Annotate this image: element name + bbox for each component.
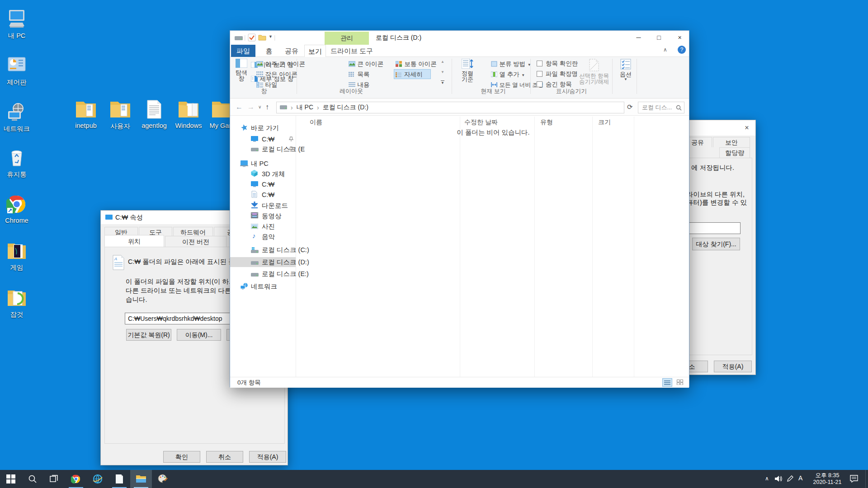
- details-view-toggle[interactable]: [662, 378, 672, 387]
- action-center-icon[interactable]: [850, 475, 858, 484]
- nav-quick-access[interactable]: 바로 가기: [251, 123, 279, 133]
- nav-c-drive-pinned[interactable]: C:₩: [262, 134, 274, 144]
- nav-c-folder[interactable]: C:₩: [262, 179, 274, 189]
- layout-more-icon[interactable]: ▼: [441, 80, 444, 85]
- nav-c-doc[interactable]: C:₩: [262, 190, 274, 200]
- find-target-button[interactable]: 대상 찾기(F)...: [692, 238, 740, 250]
- layout-details-selected[interactable]: 자세히: [394, 69, 431, 79]
- tab-file[interactable]: 파일: [231, 45, 255, 57]
- apply-button[interactable]: 적용(A): [714, 361, 752, 372]
- group-by-button[interactable]: 분류 방법 ▼: [491, 60, 531, 68]
- item-checkboxes-checkbox[interactable]: [537, 61, 542, 66]
- search-icon[interactable]: [676, 104, 682, 113]
- nav-music[interactable]: 음악: [262, 232, 275, 242]
- qat-customize-arrow-icon[interactable]: ▼: [269, 34, 273, 39]
- nav-downloads[interactable]: 다운로드: [262, 201, 288, 211]
- back-icon[interactable]: ←: [236, 102, 243, 112]
- apply-button[interactable]: 적용(A): [249, 451, 286, 463]
- column-header-date-modified[interactable]: 수정한 날짜: [464, 117, 498, 127]
- hidden-items-checkbox[interactable]: [537, 81, 542, 87]
- add-columns-button[interactable]: 열 추가 ▼: [491, 70, 525, 79]
- nav-pictures[interactable]: 사진: [262, 221, 275, 231]
- start-button[interactable]: [0, 470, 22, 488]
- desktop-icon-stuff-folder[interactable]: 잡것: [1, 288, 32, 319]
- tab-view[interactable]: 보기: [304, 45, 326, 57]
- taskbar-paint[interactable]: [152, 470, 174, 488]
- clock[interactable]: 오후 8:35 2020-11-21: [808, 472, 846, 486]
- tab-drive-tools[interactable]: 드라이브 도구: [330, 45, 374, 57]
- desktop-folder-windows[interactable]: Windows: [172, 99, 205, 129]
- refresh-icon[interactable]: ⟳: [627, 103, 633, 111]
- layout-scroll-down-icon[interactable]: ▼: [441, 70, 444, 74]
- ime-indicator[interactable]: A: [798, 474, 802, 482]
- breadcrumb-root[interactable]: 내 PC: [297, 103, 313, 112]
- task-view-button[interactable]: [43, 470, 65, 488]
- search-button[interactable]: [22, 470, 43, 488]
- tab-quota[interactable]: 할당량: [719, 147, 750, 158]
- column-divider[interactable]: [592, 117, 593, 377]
- nav-local-disk-c[interactable]: 로컬 디스크 (C:): [262, 245, 309, 255]
- thumbnail-view-toggle[interactable]: [675, 378, 685, 387]
- new-folder-icon[interactable]: [258, 33, 266, 43]
- nav-videos[interactable]: 동영상: [262, 211, 282, 221]
- minimize-button[interactable]: ─: [628, 31, 649, 45]
- desktop-icon-game-folder[interactable]: 게임: [1, 241, 32, 272]
- volume-icon[interactable]: [775, 475, 783, 484]
- layout-medium-icons[interactable]: 보통 아이콘: [396, 60, 437, 68]
- column-header-type[interactable]: 유형: [540, 117, 553, 127]
- column-divider[interactable]: [534, 117, 535, 377]
- file-extensions-checkbox[interactable]: [537, 71, 542, 77]
- taskbar-chrome[interactable]: [65, 470, 87, 488]
- contextual-tab-header[interactable]: 관리: [325, 32, 369, 45]
- maximize-button[interactable]: □: [649, 31, 669, 45]
- recent-locations-icon[interactable]: ∨: [258, 102, 261, 112]
- help-icon[interactable]: ?: [678, 46, 686, 54]
- nav-local-disk-e[interactable]: 로컬 디스크 (E:): [262, 269, 309, 279]
- options-button[interactable]: 옵션 ▼: [616, 59, 636, 92]
- nav-local-disk-d-selected[interactable]: 로컬 디스크 (D:): [262, 257, 309, 267]
- forward-icon[interactable]: →: [247, 102, 255, 112]
- cancel-button[interactable]: 취소: [206, 451, 243, 463]
- nav-this-pc[interactable]: 내 PC: [251, 159, 269, 169]
- layout-list[interactable]: 목록: [349, 70, 369, 79]
- restore-default-button[interactable]: 기본값 복원(R): [126, 329, 171, 341]
- navigation-pane-button[interactable]: 탐색 창: [233, 59, 250, 89]
- tab-location[interactable]: 위치: [104, 235, 164, 247]
- close-icon[interactable]: ×: [742, 123, 752, 133]
- tab-home[interactable]: 홈: [259, 45, 279, 57]
- tab-security[interactable]: 보안: [713, 137, 750, 147]
- desktop-icon-chrome[interactable]: Chrome: [1, 194, 32, 224]
- tab-previous-versions[interactable]: 이전 버전: [165, 236, 226, 247]
- nav-local-disk-e-pinned[interactable]: 로컬 디스크 (E: [262, 144, 305, 154]
- column-divider[interactable]: [634, 117, 634, 377]
- properties-check-icon[interactable]: [248, 33, 256, 43]
- nav-network[interactable]: 네트워크: [251, 282, 277, 291]
- taskbar-file-explorer-active[interactable]: [130, 470, 152, 488]
- layout-small-icons[interactable]: 작은 아이콘: [256, 70, 297, 79]
- desktop-file-agentlog[interactable]: agentlog: [138, 99, 170, 129]
- layout-extra-large-icons[interactable]: 아주 큰 아이콘: [256, 60, 305, 68]
- tray-chevron-up-icon[interactable]: ∧: [765, 475, 769, 482]
- breadcrumb[interactable]: › 내 PC › 로컬 디스크 (D:): [276, 102, 624, 113]
- tab-hardware[interactable]: 하드웨어: [173, 227, 213, 237]
- sort-by-button[interactable]: 정렬 기준: [458, 59, 477, 89]
- breadcrumb-current[interactable]: 로컬 디스크 (D:): [323, 103, 368, 112]
- tab-share[interactable]: 공유: [281, 45, 302, 57]
- taskbar-notepad[interactable]: [108, 470, 130, 488]
- desktop-icon-recycle-bin[interactable]: 휴지통: [1, 148, 32, 179]
- desktop-icon-control-panel[interactable]: 제어판: [1, 56, 32, 87]
- taskbar-internet-explorer[interactable]: [87, 470, 108, 488]
- move-button[interactable]: 이동(M)...: [177, 329, 221, 341]
- collapse-ribbon-icon[interactable]: ∧: [663, 47, 667, 53]
- show-desktop-button[interactable]: [865, 470, 866, 488]
- hide-selected-button[interactable]: 선택한 항목 숨기기/해제: [576, 59, 612, 92]
- column-header-size[interactable]: 크기: [598, 117, 611, 127]
- up-icon[interactable]: ↑: [265, 102, 269, 112]
- layout-scroll-up-icon[interactable]: ▲: [441, 60, 444, 64]
- desktop-folder-users[interactable]: 사용자: [104, 99, 137, 131]
- desktop-icon-network[interactable]: 네트워크: [1, 102, 32, 133]
- column-divider[interactable]: [460, 117, 460, 377]
- layout-large-icons[interactable]: 큰 아이콘: [349, 60, 383, 68]
- ok-button[interactable]: 확인: [163, 451, 200, 463]
- desktop-icon-my-pc[interactable]: 내 PC: [1, 9, 32, 40]
